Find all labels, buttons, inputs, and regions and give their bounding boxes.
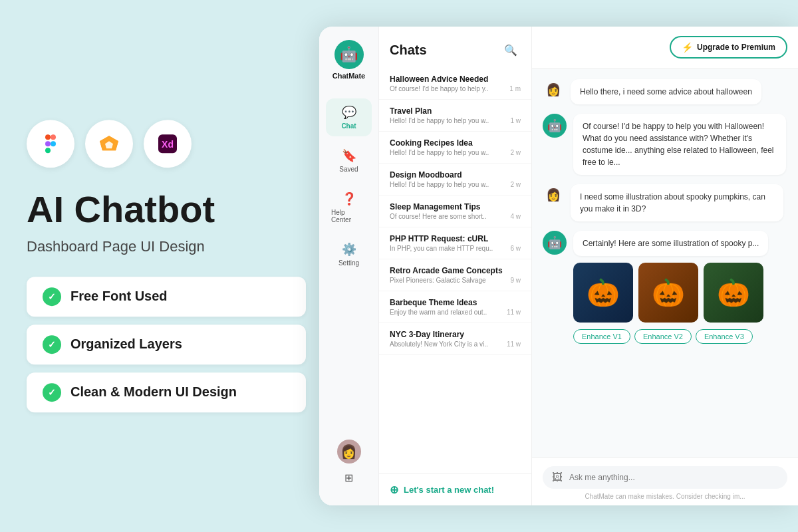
chat-item-preview-3: Hello! I'd be happy to help you w.. 2 w	[390, 181, 521, 188]
feature-badge-free-font: Free Font Used	[27, 277, 306, 317]
chat-list-item-3[interactable]: Design Moodboard Hello! I'd be happy to …	[379, 164, 531, 196]
feature-badge-organized-layers: Organized Layers	[27, 325, 306, 364]
chat-list-header: Chats 🔍	[379, 27, 531, 68]
new-chat-label: Let's start a new chat!	[404, 485, 494, 495]
bot-message-avatar-2: 🤖	[543, 231, 567, 255]
enhance-v1-button[interactable]: Enhance V1	[573, 329, 630, 344]
message-bot-2-content: Certainly! Here are some illustration of…	[573, 231, 768, 344]
chat-list-title: Chats	[390, 43, 427, 58]
feature-badge-text-free-font: Free Font Used	[70, 289, 168, 304]
svg-rect-1	[51, 134, 56, 140]
chat-list-item-2[interactable]: Cooking Recipes Idea Hello! I'd be happy…	[379, 132, 531, 164]
enhance-v2-button[interactable]: Enhance V2	[634, 329, 692, 344]
chat-list-item-5[interactable]: PHP HTTP Request: cURL In PHP, you can m…	[379, 227, 531, 259]
enhance-v3-button[interactable]: Enhance V3	[696, 329, 753, 344]
message-user-1: 👩 Hello there, i need some advice about …	[543, 79, 787, 104]
chat-input[interactable]	[569, 473, 778, 482]
chat-item-preview-5: In PHP, you can make HTTP requ.. 6 w	[390, 245, 521, 252]
help-nav-icon: ❓	[342, 192, 356, 206]
sidebar: 🤖 ChatMate 💬 Chat 🔖 Saved ❓ Help Center …	[319, 27, 379, 505]
chat-item-preview-text-2: Hello! I'd be happy to help you w..	[390, 149, 505, 156]
expand-icon[interactable]: ⊞	[344, 471, 353, 484]
new-chat-button[interactable]: ⊕ Let's start a new chat!	[379, 473, 531, 505]
message-bubble-user-1: Hello there, i need some advice about ha…	[571, 79, 761, 104]
svg-rect-2	[45, 141, 51, 146]
sidebar-logo: 🤖	[334, 40, 364, 69]
saved-nav-label: Saved	[339, 166, 358, 173]
enhance-buttons: Enhance V1 Enhance V2 Enhance V3	[573, 329, 768, 344]
chat-list-item-0[interactable]: Halloween Advice Needed Of course! I'd b…	[379, 68, 531, 100]
chat-item-time-3: 2 w	[510, 181, 521, 188]
chat-item-time-6: 9 w	[510, 277, 521, 284]
svg-rect-4	[45, 148, 51, 153]
tool-icons: Xd	[27, 120, 306, 168]
search-button[interactable]: 🔍	[501, 40, 521, 60]
left-panel: Xd AI Chatbot Dashboard Page UI Design F…	[27, 120, 306, 412]
chat-list-item-4[interactable]: Sleep Management Tips Of course! Here ar…	[379, 196, 531, 227]
sidebar-item-chat[interactable]: 💬 Chat	[326, 98, 372, 136]
chat-item-time-5: 6 w	[510, 245, 521, 252]
chat-list-panel: Chats 🔍 Halloween Advice Needed Of cours…	[379, 27, 532, 505]
user-avatar[interactable]: 👩	[337, 440, 361, 464]
sidebar-item-saved[interactable]: 🔖 Saved	[326, 142, 372, 180]
chat-item-preview-text-4: Of course! Here are some short..	[390, 213, 505, 220]
message-bot-2: 🤖 Certainly! Here are some illustration …	[543, 231, 787, 344]
pumpkin-img-dark: 🎃	[573, 263, 633, 323]
chat-item-name-7: Barbeque Theme Ideas	[390, 298, 521, 307]
chat-item-time-1: 1 w	[510, 117, 521, 124]
chat-messages: 👩 Hello there, i need some advice about …	[532, 68, 798, 458]
chat-area-header: ⚡ Upgrade to Premium	[532, 27, 798, 68]
message-bubble-bot-2: Certainly! Here are some illustration of…	[573, 231, 768, 256]
setting-nav-icon: ⚙️	[342, 242, 356, 257]
upgrade-button[interactable]: ⚡ Upgrade to Premium	[670, 36, 787, 59]
saved-nav-icon: 🔖	[342, 148, 356, 163]
pumpkin-img-orange: 🎃	[638, 263, 698, 323]
chat-item-preview-text-8: Absolutely! New York City is a vi..	[390, 340, 501, 348]
chat-item-time-2: 2 w	[510, 149, 521, 156]
chat-list-item-8[interactable]: NYC 3-Day Itinerary Absolutely! New York…	[379, 323, 531, 355]
xd-icon: Xd	[156, 132, 180, 156]
chat-disclaimer: ChatMate can make mistakes. Consider che…	[543, 493, 787, 500]
message-user-2: 👩 I need some illustration about spooky …	[543, 184, 787, 221]
chat-item-time-0: 1 m	[509, 85, 521, 92]
chat-item-preview-text-3: Hello! I'd be happy to help you w..	[390, 181, 505, 188]
check-icon-clean-ui	[43, 383, 61, 402]
sidebar-nav: 💬 Chat 🔖 Saved ❓ Help Center ⚙️ Setting	[319, 98, 378, 432]
pumpkin-image-1: 🎃	[573, 263, 633, 323]
chat-item-preview-text-0: Of course! I'd be happy to help y..	[390, 85, 504, 92]
message-bubble-user-2: I need some illustration about spooky pu…	[571, 184, 783, 221]
chat-item-name-8: NYC 3-Day Itinerary	[390, 330, 521, 339]
figma-icon	[39, 132, 63, 156]
chat-nav-icon: 💬	[342, 105, 356, 120]
chat-item-preview-text-7: Enjoy the warm and relaxed out..	[390, 309, 501, 316]
user-message-avatar-2: 👩	[543, 184, 564, 205]
avatar-emoji: 👩	[340, 444, 357, 460]
chat-item-preview-0: Of course! I'd be happy to help y.. 1 m	[390, 85, 521, 92]
bot-message-avatar-1: 🤖	[543, 114, 567, 138]
svg-rect-3	[51, 141, 56, 146]
chat-item-time-7: 11 w	[507, 309, 521, 316]
chat-item-preview-8: Absolutely! New York City is a vi.. 11 w	[390, 340, 521, 348]
upgrade-label: Upgrade to Premium	[697, 43, 775, 52]
hero-subtitle: Dashboard Page UI Design	[27, 238, 306, 255]
chat-item-name-1: Travel Plan	[390, 106, 521, 116]
feature-badges: Free Font Used Organized Layers Clean & …	[27, 277, 306, 412]
sidebar-item-setting[interactable]: ⚙️ Setting	[326, 235, 372, 273]
svg-text:Xd: Xd	[162, 139, 174, 150]
chat-item-preview-1: Hello! I'd be happy to help you w.. 1 w	[390, 117, 521, 124]
sidebar-item-help[interactable]: ❓ Help Center	[326, 185, 372, 230]
app-window: 🤖 ChatMate 💬 Chat 🔖 Saved ❓ Help Center …	[319, 27, 798, 505]
pumpkin-image-3: 🎃	[704, 263, 763, 323]
chat-list-item-1[interactable]: Travel Plan Hello! I'd be happy to help …	[379, 100, 531, 132]
svg-rect-0	[45, 134, 51, 140]
xd-icon-circle: Xd	[144, 120, 192, 168]
chat-item-preview-text-5: In PHP, you can make HTTP requ..	[390, 245, 505, 252]
message-bot-1: 🤖 Of course! I'd be happy to help you wi…	[543, 114, 787, 175]
pumpkin-image-2: 🎃	[638, 263, 698, 323]
chat-item-name-3: Design Moodboard	[390, 170, 521, 180]
image-attach-icon[interactable]: 🖼	[552, 471, 563, 483]
chat-item-preview-6: Pixel Pioneers: Galactic Salvage 9 w	[390, 277, 521, 284]
chat-area: ⚡ Upgrade to Premium 👩 Hello there, i ne…	[532, 27, 798, 505]
chat-list-item-7[interactable]: Barbeque Theme Ideas Enjoy the warm and …	[379, 291, 531, 323]
chat-list-item-6[interactable]: Retro Arcade Game Concepts Pixel Pioneer…	[379, 259, 531, 291]
